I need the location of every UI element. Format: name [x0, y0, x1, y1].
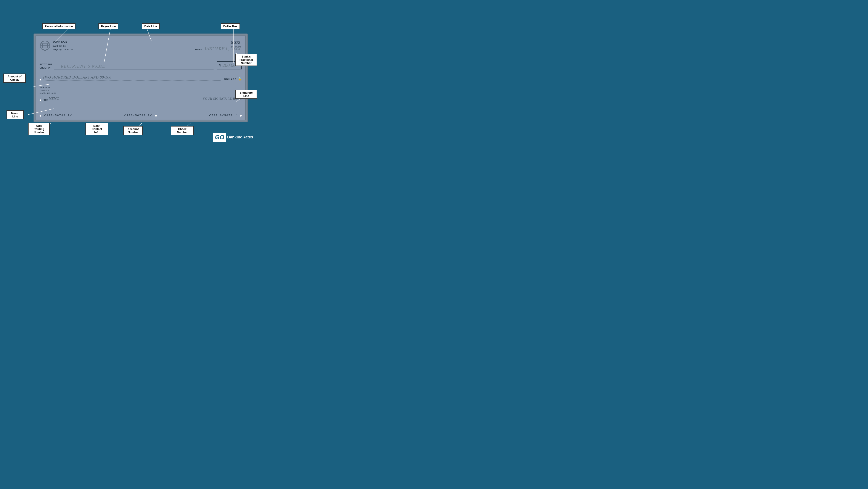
bank-contact-info-label: Bank ContactInfo	[86, 123, 108, 135]
memo-line-area: MEMO	[49, 97, 105, 101]
payee-line-label: Payee Line	[98, 23, 118, 29]
bank-name: Bank Name	[39, 86, 56, 89]
owner-info: JOHN DOE 123 First St. AnyCity, US 10101	[53, 40, 73, 52]
bank-contact-dot	[155, 115, 157, 117]
globe-icon	[39, 40, 51, 51]
check: 5673 19-2/1250 JOHN DOE 123 First St. An…	[34, 34, 248, 122]
personal-information-label: Personal Information	[42, 23, 75, 29]
memo-underline	[49, 101, 105, 101]
micr-bank-contact: ⑆123456789 0⑆	[124, 114, 157, 117]
date-value: JANUARY 1, 20XX	[204, 46, 241, 52]
dollar-sign: $	[219, 63, 221, 67]
micr-account-check: ⑆789 0⑈5673 ⑆	[209, 114, 242, 117]
amount-numeric: 200.00	[223, 63, 236, 68]
owner-name: JOHN DOE	[53, 40, 73, 44]
memo-dot	[39, 99, 41, 101]
account-dot	[240, 115, 242, 117]
lower-section: Bank Name 123 First St. AnyCity, US 1010…	[39, 86, 242, 101]
owner-address2: AnyCity, US 10101	[53, 48, 73, 52]
pay-label: PAY TO THEORDER OF	[39, 63, 52, 69]
aba-routing-number-label: ABA RoutingNumber	[28, 123, 50, 135]
dollars-label: DOLLARS	[224, 78, 236, 80]
routing-dot	[39, 115, 41, 117]
check-number-label: Check Number	[171, 126, 194, 135]
logo-area: GO BankingRates	[213, 133, 253, 142]
banks-fractional-number-label: Bank'sFractionalNumber	[236, 54, 257, 66]
memo-line-label: MemoLine	[6, 110, 24, 119]
memo-value: MEMO	[49, 97, 105, 101]
owner-address1: 123 First St.	[53, 44, 73, 48]
written-amount-dot	[39, 79, 41, 80]
bank-address2: AnyCity, US 10101	[39, 92, 56, 95]
account-number-label: AccountNumber	[123, 126, 143, 135]
memo-label: FOR	[42, 99, 48, 101]
signature-line-label: SignatureLine	[236, 90, 257, 99]
bank-memo-row: Bank Name 123 First St. AnyCity, US 1010…	[39, 86, 242, 95]
date-line-label: Date Line	[142, 23, 160, 29]
bank-info: Bank Name 123 First St. AnyCity, US 1010…	[39, 86, 56, 95]
check-number-value: 5673	[231, 40, 241, 45]
date-area: DATE JANUARY 1, 20XX	[195, 46, 241, 52]
memo-signature-row: FOR MEMO YOUR SIGNATURE HERE	[39, 97, 242, 101]
payee-name: RECIPIENT'S NAME	[54, 64, 214, 69]
date-label: DATE	[195, 48, 202, 51]
logo-banking-rates: BankingRates	[227, 135, 253, 140]
micr-routing: ⑆123456789 0⑆	[39, 114, 72, 117]
bank-address1: 123 First St.	[39, 89, 56, 92]
lock-icon: 🔒	[238, 77, 242, 80]
logo-go: GO	[213, 133, 226, 142]
amount-of-check-label: Amount of Check	[3, 73, 26, 83]
dollar-box-label: Dollar Box	[221, 23, 240, 29]
pay-section: PAY TO THEORDER OF RECIPIENT'S NAME $ 20…	[39, 61, 242, 69]
logo-text: BankingRates	[227, 135, 253, 140]
amount-written: TWO HUNDRED DOLLARS AND 00/100	[42, 75, 221, 80]
written-amount-area: TWO HUNDRED DOLLARS AND 00/100 DOLLARS 🔒	[39, 75, 242, 80]
personal-info-area: JOHN DOE 123 First St. AnyCity, US 10101	[39, 40, 73, 52]
micr-line: ⑆123456789 0⑆ ⑆123456789 0⑆ ⑆789 0⑈5673 …	[39, 114, 242, 117]
